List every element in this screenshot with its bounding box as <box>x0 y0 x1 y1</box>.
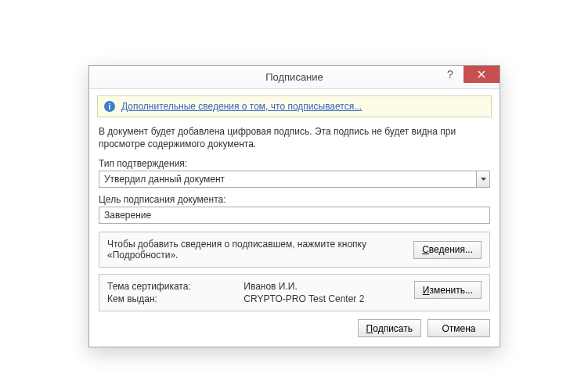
info-bar: i Дополнительные сведения о том, что под… <box>97 95 492 117</box>
info-icon: i <box>104 101 115 112</box>
change-button-wrap: Изменить... <box>414 281 482 304</box>
change-button-rest: зменить... <box>429 285 473 296</box>
cert-issuer-value: CRYPTO-PRO Test Center 2 <box>243 293 406 304</box>
help-icon: ? <box>447 68 453 81</box>
window-controls: ? <box>437 66 500 89</box>
cert-subject-value: Иванов И.И. <box>243 281 406 292</box>
certificate-panel: Тема сертификата: Иванов И.И. Кем выдан:… <box>99 274 490 311</box>
details-button-accel: С <box>422 244 429 255</box>
type-combo-dropdown[interactable] <box>476 171 489 187</box>
change-button-accel: И <box>423 285 430 296</box>
close-button[interactable] <box>464 66 500 83</box>
chevron-down-icon <box>481 178 486 181</box>
type-combo-value: Утвердил данный документ <box>99 171 476 187</box>
dialog-body: i Дополнительные сведения о том, что под… <box>89 89 500 347</box>
details-button[interactable]: Сведения... <box>413 241 482 259</box>
cert-issuer-label: Кем выдан: <box>107 293 233 304</box>
sign-button[interactable]: Подписать <box>358 319 421 337</box>
sign-button-accel: П <box>366 323 373 334</box>
info-link[interactable]: Дополнительные сведения о том, что подпи… <box>121 101 362 112</box>
details-button-rest: ведения... <box>429 244 473 255</box>
sign-button-rest: одписать <box>373 323 413 334</box>
signing-dialog: Подписание ? i Дополнительные сведения о… <box>88 65 500 347</box>
cert-subject-label: Тема сертификата: <box>107 281 233 292</box>
type-label: Тип подтверждения: <box>99 158 490 169</box>
cancel-button[interactable]: Отмена <box>427 319 490 337</box>
purpose-input[interactable]: Заверение <box>99 207 490 224</box>
certificate-grid: Тема сертификата: Иванов И.И. Кем выдан:… <box>107 281 406 304</box>
help-button[interactable]: ? <box>437 66 464 83</box>
close-icon <box>478 70 485 78</box>
titlebar: Подписание ? <box>89 66 500 89</box>
type-combo[interactable]: Утвердил данный документ <box>99 171 490 188</box>
details-hint-text: Чтобы добавить сведения о подписавшем, н… <box>107 239 406 261</box>
purpose-label: Цель подписания документа: <box>99 194 490 205</box>
change-button[interactable]: Изменить... <box>414 281 482 299</box>
details-panel: Чтобы добавить сведения о подписавшем, н… <box>99 232 490 268</box>
description-text: В документ будет добавлена цифровая подп… <box>99 125 490 150</box>
dialog-footer: Подписать Отмена <box>97 319 492 339</box>
